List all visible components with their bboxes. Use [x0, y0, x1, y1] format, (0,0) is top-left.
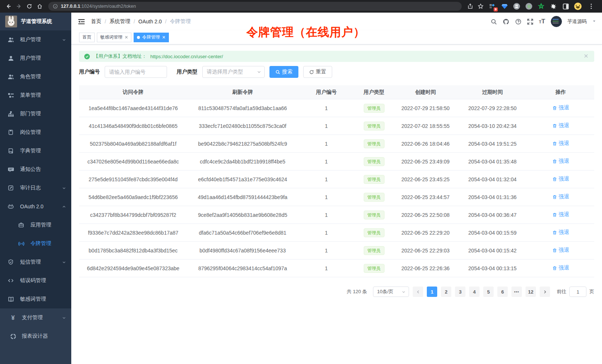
page-button-12[interactable]: 12	[526, 287, 536, 297]
breadcrumb-oauth[interactable]: OAuth 2.0	[138, 19, 162, 24]
force-logout-button[interactable]: 强退	[552, 158, 569, 165]
tab-home[interactable]: 首页	[79, 33, 95, 42]
share-icon[interactable]	[465, 1, 475, 11]
bookmark-star-icon[interactable]	[476, 1, 485, 11]
trash-icon	[552, 195, 557, 199]
force-logout-button[interactable]: 强退	[552, 265, 569, 271]
side-panel-icon[interactable]	[562, 3, 569, 10]
created-time: 2022-06-25 23:49:09	[393, 159, 458, 165]
broadcast-icon	[18, 240, 24, 247]
pinwheel-extension-icon[interactable]	[550, 3, 557, 10]
force-logout-button[interactable]: 强退	[552, 176, 569, 182]
sidebar-item-error-code[interactable]: 错误码管理	[0, 271, 71, 290]
chevron-down-icon	[62, 38, 66, 42]
expire-time: 2054-03-10 20:42:34	[458, 123, 527, 129]
sidebar-item-label: 敏感词管理	[20, 296, 46, 302]
sidebar-logo-row[interactable]: 芋道管理系统	[0, 13, 71, 30]
sidebar-item-dict[interactable]: 字典管理	[0, 142, 71, 160]
force-logout-button[interactable]: 强退	[552, 140, 569, 147]
page-button-2[interactable]: 2	[441, 287, 451, 297]
goto-page-input[interactable]	[569, 287, 586, 297]
record-extension-icon[interactable]	[525, 3, 533, 10]
url-bar[interactable]: 127.0.0.1:1024/system/oauth2/token	[48, 2, 462, 11]
sidebar-item-post[interactable]: 岗位管理	[0, 123, 71, 142]
prev-page-button[interactable]	[413, 287, 423, 297]
sidebar-item-menu[interactable]: 菜单管理	[0, 86, 71, 105]
sidebar-item-oauth2[interactable]: OAuth 2.0	[0, 197, 71, 216]
collapse-sidebar-icon[interactable]	[78, 18, 85, 25]
font-size-icon[interactable]: TT	[539, 18, 545, 25]
col-access-token: 访问令牌	[79, 89, 187, 96]
force-logout-button[interactable]: 强退	[552, 193, 569, 200]
sidebar-item-notice[interactable]: 通知公告	[0, 160, 71, 179]
table-row: c342377bf8b344799dcbf7bf095287f2 9ce8ef2…	[79, 206, 594, 224]
github-icon[interactable]	[503, 18, 510, 25]
browser-menu-icon[interactable]	[586, 1, 596, 11]
user-id-input[interactable]	[105, 66, 167, 78]
next-page-button[interactable]	[540, 287, 550, 297]
sidebar-item-oauth-app[interactable]: 应用管理	[0, 216, 71, 234]
sidebar-item-token[interactable]: 令牌管理	[0, 234, 71, 253]
close-icon[interactable]	[162, 36, 166, 39]
access-token: 6d842e2924594de9a09e45e087323abe	[79, 265, 187, 271]
search-button[interactable]: 搜索	[269, 66, 298, 78]
chevron-up-icon	[62, 205, 66, 209]
extension-icon[interactable]: 9	[488, 3, 496, 10]
search-icon[interactable]	[491, 19, 497, 25]
fullscreen-icon[interactable]	[527, 19, 533, 25]
page-button-5[interactable]: 5	[483, 287, 494, 297]
sidebar-item-sensitive-word[interactable]: 敏感词管理	[0, 290, 71, 308]
username[interactable]: 芋道源码	[567, 18, 587, 25]
sidebar-item-label: OAuth 2.0	[20, 203, 43, 209]
sidebar-item-audit-log[interactable]: 审计日志	[0, 179, 71, 197]
browser-home-icon[interactable]	[35, 1, 45, 11]
chevron-down-icon	[257, 70, 261, 74]
green-star-extension-icon[interactable]	[537, 3, 545, 10]
table-row: 275e5de9151045fe87cbdc395e004f4d e6cfd40…	[79, 171, 594, 188]
help-icon[interactable]	[515, 19, 521, 25]
browser-forward-icon[interactable]	[14, 1, 24, 11]
sidebar-item-tenant[interactable]: 租户管理	[0, 30, 71, 49]
breadcrumb-home[interactable]: 首页	[91, 18, 101, 25]
page-button-6[interactable]: 6	[497, 287, 508, 297]
page-button-3[interactable]: 3	[455, 287, 465, 297]
force-logout-button[interactable]: 强退	[552, 247, 569, 254]
trash-icon	[552, 123, 557, 128]
page-button-1[interactable]: 1	[427, 287, 437, 297]
sidebar-item-pay[interactable]: ¥ 支付管理	[0, 308, 71, 327]
page-size-select[interactable]: 10条/页	[373, 287, 409, 297]
doc-link[interactable]: https://doc.iocoder.cn/user-center/	[150, 54, 223, 59]
sidebar-item-report-designer[interactable]: 报表设计器	[0, 327, 71, 345]
expire-time: 2022-07-29 22:28:50	[458, 105, 527, 111]
force-logout-button[interactable]: 强退	[552, 105, 569, 111]
gem-extension-icon[interactable]	[501, 3, 508, 10]
user-type-select[interactable]: 请选择用户类型	[202, 66, 265, 78]
user-avatar[interactable]	[551, 16, 562, 27]
profile-avatar-emoji[interactable]	[574, 3, 582, 10]
sidebar-item-role[interactable]: 角色管理	[0, 67, 71, 86]
browser-reload-icon[interactable]	[24, 1, 34, 11]
browser-back-icon[interactable]	[4, 1, 13, 11]
sidebar-item-label: 角色管理	[20, 73, 41, 80]
red-annotation-text: 令牌管理（在线用户）	[246, 24, 365, 40]
command-extension-icon[interactable]	[513, 3, 520, 10]
refresh-token: be90422b8c7946218275a508bf524fc9	[187, 141, 298, 147]
pagination-total: 共 120 条	[347, 288, 367, 295]
tab-sensitive-word[interactable]: 敏感词管理	[97, 33, 131, 42]
breadcrumb-system[interactable]: 系统管理	[109, 18, 130, 25]
page-button-4[interactable]: 4	[469, 287, 480, 297]
alert-close-icon[interactable]	[584, 54, 588, 58]
force-logout-button[interactable]: 强退	[552, 229, 569, 236]
user-menu-caret-icon[interactable]	[592, 19, 596, 24]
sidebar-item-sms[interactable]: 短信管理	[0, 253, 71, 271]
page-ellipsis-button[interactable]: •••	[511, 287, 522, 297]
close-icon[interactable]	[125, 36, 128, 39]
sidebar-item-dept[interactable]: 部门管理	[0, 105, 71, 123]
tab-token[interactable]: 令牌管理	[134, 33, 169, 42]
code-icon	[7, 277, 14, 284]
access-token: f9336e7c7dd242a283ee98dc86b17a87	[79, 230, 187, 236]
force-logout-button[interactable]: 强退	[552, 211, 569, 218]
reset-button[interactable]: 重置	[303, 66, 332, 78]
sidebar-item-user[interactable]: 用户管理	[0, 49, 71, 67]
force-logout-button[interactable]: 强退	[552, 122, 569, 129]
